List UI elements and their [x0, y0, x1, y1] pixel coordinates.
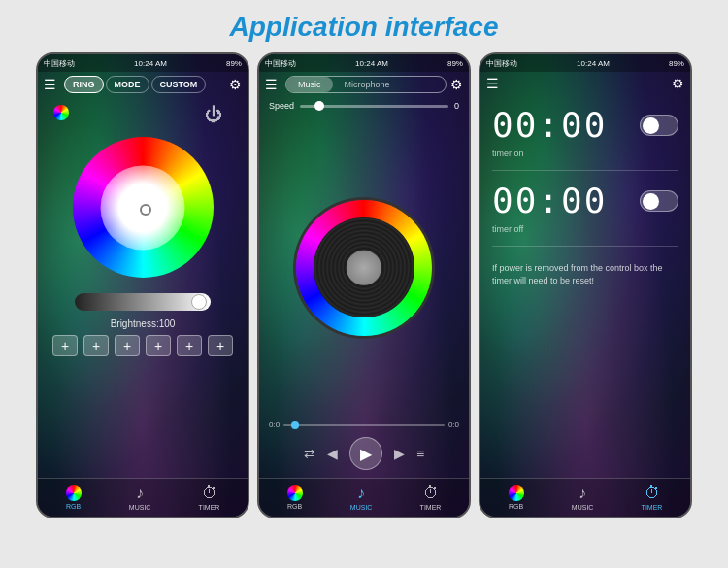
- gear-icon-1[interactable]: ⚙: [229, 77, 242, 92]
- timer-icon-1: ⏱: [202, 484, 217, 502]
- nav-item-rgb-3[interactable]: RGB: [509, 485, 524, 510]
- hamburger-icon-3[interactable]: ☰: [486, 76, 499, 91]
- music-tab-row: ☰ Music Microphone ⚙: [259, 72, 469, 97]
- battery-3: 89%: [669, 59, 684, 68]
- tab-music-active[interactable]: Music: [286, 77, 333, 92]
- phones-container: 中国移动 10:24 AM 89% ☰ RING MODE CUSTOM ⚙ ⏻: [0, 52, 728, 518]
- time-start: 0:0: [269, 420, 280, 429]
- timer-warning: If power is removed from the control box…: [492, 262, 678, 286]
- music-icon-1: ♪: [136, 484, 144, 502]
- music-icon-3: ♪: [579, 484, 586, 502]
- nav-item-timer-1[interactable]: ⏱ TIMER: [199, 484, 220, 511]
- prev-icon[interactable]: ◀: [327, 446, 338, 461]
- nav-item-music-2[interactable]: ♪ MUSIC: [350, 484, 373, 511]
- timer-icon-2: ⏱: [423, 484, 439, 502]
- speed-row: Speed 0: [259, 97, 469, 115]
- brightness-label: Brightness:100: [111, 318, 176, 329]
- slider-handle: [191, 294, 207, 310]
- nav-label-rgb-1: RGB: [66, 503, 81, 510]
- plus-btn-5[interactable]: +: [177, 335, 202, 356]
- carrier-3: 中国移动: [486, 58, 517, 69]
- nav-label-music-2: MUSIC: [350, 504, 373, 511]
- music-icon-2: ♪: [357, 484, 365, 502]
- brightness-slider[interactable]: [75, 293, 211, 311]
- phone-2: 中国移动 10:24 AM 89% ☰ Music Microphone ⚙ S…: [257, 52, 471, 518]
- tab-mode[interactable]: MODE: [106, 76, 149, 93]
- color-wheel-dot: [140, 204, 151, 216]
- nav-label-rgb-2: RGB: [287, 503, 302, 510]
- page-header: Application interface: [0, 0, 728, 52]
- speed-slider[interactable]: [300, 105, 448, 108]
- timer-divider: [492, 170, 678, 171]
- plus-btn-3[interactable]: +: [115, 335, 140, 356]
- timer-content: 00:00 timer on 00:00 timer off If powe: [480, 95, 690, 478]
- progress-row: 0:0 0:0: [259, 420, 469, 429]
- progress-bar[interactable]: [283, 424, 445, 426]
- nav-label-rgb-3: RGB: [509, 503, 523, 510]
- nav-label-timer-3: TIMER: [642, 504, 663, 511]
- page-title: Application interface: [0, 12, 728, 43]
- power-icon[interactable]: ⏻: [205, 105, 222, 125]
- toggle-timer-off[interactable]: [640, 190, 678, 212]
- plus-btn-1[interactable]: +: [52, 335, 78, 356]
- plus-btn-4[interactable]: +: [146, 335, 171, 356]
- timer-off-row: 00:00: [492, 181, 678, 220]
- carrier-1: 中国移动: [44, 58, 75, 69]
- phone-1: 中国移动 10:24 AM 89% ☰ RING MODE CUSTOM ⚙ ⏻: [36, 52, 249, 518]
- plus-buttons-row: + + + + + +: [52, 335, 233, 356]
- color-wheel[interactable]: [73, 137, 214, 278]
- status-bar-2: 中国移动 10:24 AM 89%: [259, 54, 469, 72]
- bottom-nav-1: RGB ♪ MUSIC ⏱ TIMER: [38, 478, 248, 517]
- timer-on-row: 00:00: [492, 105, 678, 145]
- toggle-timer-on[interactable]: [640, 115, 678, 136]
- music-tabs: Music Microphone: [285, 76, 447, 93]
- shuffle-icon[interactable]: ⇄: [304, 446, 315, 461]
- time-end: 0:0: [448, 420, 459, 429]
- next-icon[interactable]: ▶: [394, 446, 405, 461]
- hamburger-icon-2[interactable]: ☰: [265, 77, 278, 92]
- nav-item-rgb-2[interactable]: RGB: [287, 485, 303, 510]
- plus-btn-6[interactable]: +: [208, 335, 233, 356]
- player-controls: ⇄ ◀ ▶ ▶ ≡: [259, 429, 469, 478]
- tab-custom[interactable]: CUSTOM: [151, 76, 207, 93]
- nav-item-timer-2[interactable]: ⏱ TIMER: [420, 484, 442, 511]
- vinyl-record-area: [259, 115, 469, 420]
- speed-handle: [314, 101, 324, 111]
- tab-group-1: RING MODE CUSTOM: [64, 76, 225, 93]
- nav-label-timer-2: TIMER: [420, 504, 442, 511]
- tab-microphone[interactable]: Microphone: [333, 77, 402, 92]
- nav-item-music-1[interactable]: ♪ MUSIC: [129, 484, 151, 511]
- nav-item-timer-3[interactable]: ⏱ TIMER: [642, 484, 663, 511]
- timer-icon-3: ⏱: [645, 484, 660, 502]
- timer-on-digits: 00:00: [492, 105, 607, 145]
- time-2: 10:24 AM: [355, 59, 388, 68]
- rgb-icon-3: [509, 485, 524, 501]
- gear-icon-3[interactable]: ⚙: [672, 76, 684, 91]
- play-button[interactable]: ▶: [349, 437, 382, 470]
- warning-divider: [492, 246, 678, 247]
- nav-item-music-3[interactable]: ♪ MUSIC: [572, 484, 594, 511]
- gear-icon-2[interactable]: ⚙: [450, 77, 463, 92]
- plus-btn-2[interactable]: +: [83, 335, 109, 356]
- time-1: 10:24 AM: [134, 59, 167, 68]
- progress-dot: [291, 421, 299, 429]
- tab-ring[interactable]: RING: [64, 76, 104, 93]
- speed-value: 0: [454, 101, 459, 111]
- bottom-nav-2: RGB ♪ MUSIC ⏱ TIMER: [259, 478, 469, 517]
- color-wheel-area: ⏻ Brightness:100 + + + + + +: [38, 97, 248, 478]
- toggle-knob-off: [643, 193, 659, 210]
- nav-item-rgb-1[interactable]: RGB: [66, 485, 82, 510]
- rgb-icon-2: [287, 485, 303, 501]
- timer-off-digits: 00:00: [492, 181, 607, 220]
- bottom-nav-3: RGB ♪ MUSIC ⏱ TIMER: [480, 478, 690, 517]
- timer-on-label: timer on: [492, 149, 678, 158]
- battery-1: 89%: [226, 59, 242, 68]
- playlist-icon[interactable]: ≡: [416, 446, 424, 461]
- top-bar-1: ☰ RING MODE CUSTOM ⚙: [38, 72, 248, 97]
- color-orb-small[interactable]: [53, 105, 69, 120]
- top-bar-3: ☰ ⚙: [480, 72, 690, 95]
- nav-label-music-3: MUSIC: [572, 504, 594, 511]
- nav-label-timer-1: TIMER: [199, 504, 220, 511]
- status-bar-3: 中国移动 10:24 AM 89%: [480, 54, 690, 72]
- hamburger-icon[interactable]: ☰: [44, 77, 56, 92]
